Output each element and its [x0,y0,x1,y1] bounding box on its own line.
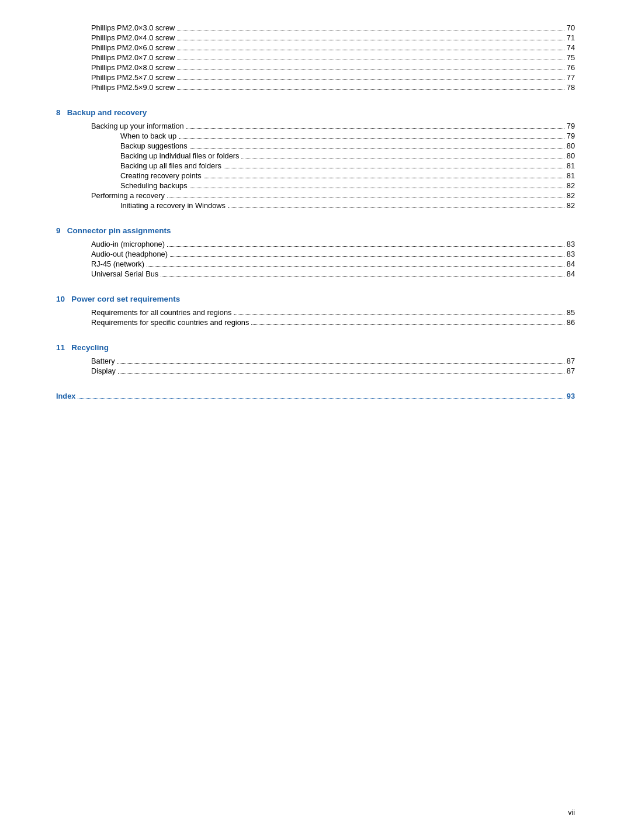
toc-entry-s9-1: Audio-in (microphone) 83 [56,240,575,248]
toc-entry-s11-2: Display 87 [56,367,575,375]
section-11: 11 Recycling Battery 87 Display 87 [56,343,575,375]
toc-label: Phillips PM2.5×9.0 screw [91,83,175,92]
section-9-title: Connector pin assignments [67,226,171,235]
toc-entry-s8-4: Backing up individual files or folders 8… [56,151,575,160]
section-8-title: Backup and recovery [67,108,147,117]
toc-entry-s11-1: Battery 87 [56,357,575,365]
toc-label: Phillips PM2.0×7.0 screw [91,53,175,62]
section-10: 10 Power cord set requirements Requireme… [56,295,575,327]
toc-entry-s8-3: Backup suggestions 80 [56,141,575,150]
toc-dots [167,198,564,198]
toc-page: 79 [567,132,575,140]
toc-page: 83 [567,250,575,258]
toc-page: 82 [567,201,575,210]
toc-label: Universal Serial Bus [91,269,158,278]
toc-dots [228,208,564,208]
toc-entry-screw-7: Phillips PM2.5×9.0 screw 78 [56,83,575,92]
index-entry[interactable]: Index 93 [56,392,575,400]
toc-label: Phillips PM2.0×3.0 screw [91,23,175,32]
toc-dots [190,188,564,188]
toc-entry-screw-6: Phillips PM2.5×7.0 screw 77 [56,73,575,82]
toc-page: 84 [567,269,575,278]
toc-dots [241,158,564,158]
toc-label: Scheduling backups [120,181,188,190]
toc-page: 71 [567,33,575,42]
toc-dots [177,79,564,80]
toc-page: 74 [567,43,575,52]
toc-page: 75 [567,53,575,62]
toc-dots [177,89,564,90]
toc-label: Display [91,367,116,375]
toc-entry-s8-2: When to back up 79 [56,132,575,140]
toc-entry-s8-5: Backing up all files and folders 81 [56,161,575,170]
toc-page: 79 [567,122,575,130]
toc-entry-s10-1: Requirements for all countries and regio… [56,308,575,317]
toc-label: Audio-out (headphone) [91,250,168,258]
toc-page: 85 [567,308,575,317]
toc-label: Backing up all files and folders [120,161,221,170]
section-8-heading[interactable]: 8 Backup and recovery [56,108,575,117]
toc-label: Backup suggestions [120,141,188,150]
toc-page: 86 [567,318,575,327]
footer-page-number: vii [568,808,575,817]
toc-dots [118,373,564,374]
toc-dots [177,60,564,60]
toc-label: Phillips PM2.0×4.0 screw [91,33,175,42]
toc-entry-s8-6: Creating recovery points 81 [56,171,575,180]
toc-page: 82 [567,181,575,190]
screws-section: Phillips PM2.0×3.0 screw 70 Phillips PM2… [56,23,575,92]
toc-page: 87 [567,357,575,365]
toc-entry-s9-3: RJ-45 (network) 84 [56,260,575,268]
toc-dots [177,40,564,40]
section-9-heading[interactable]: 9 Connector pin assignments [56,226,575,235]
toc-label: Phillips PM2.0×6.0 screw [91,43,175,52]
toc-entry-screw-3: Phillips PM2.0×6.0 screw 74 [56,43,575,52]
section-8: 8 Backup and recovery Backing up your in… [56,108,575,210]
toc-page: 70 [567,23,575,32]
toc-page: 83 [567,240,575,248]
toc-label: Backing up your information [91,122,184,130]
toc-entry-s8-8: Performing a recovery 82 [56,191,575,200]
toc-page: 80 [567,141,575,150]
toc-entry-s10-2: Requirements for specific countries and … [56,318,575,327]
toc-label: Backing up individual files or folders [120,151,239,160]
toc-entry-s9-2: Audio-out (headphone) 83 [56,250,575,258]
section-10-heading[interactable]: 10 Power cord set requirements [56,295,575,303]
toc-dots [186,128,564,129]
toc-entry-s8-1: Backing up your information 79 [56,122,575,130]
toc-dots [170,256,564,257]
toc-entry-screw-1: Phillips PM2.0×3.0 screw 70 [56,23,575,32]
toc-entry-s8-7: Scheduling backups 82 [56,181,575,190]
section-11-title: Recycling [71,343,109,352]
toc-entry-screw-2: Phillips PM2.0×4.0 screw 71 [56,33,575,42]
toc-label: Creating recovery points [120,171,202,180]
toc-label: Battery [91,357,115,365]
toc-label: When to back up [120,132,176,140]
section-10-title: Power cord set requirements [71,295,180,303]
toc-dots [161,276,564,276]
toc-page: 81 [567,161,575,170]
toc-label: Audio-in (microphone) [91,240,165,248]
section-9: 9 Connector pin assignments Audio-in (mi… [56,226,575,278]
toc-dots [224,168,564,168]
index-label: Index [56,392,75,400]
toc-page: 80 [567,151,575,160]
toc-entry-s9-4: Universal Serial Bus 84 [56,269,575,278]
section-11-number: 11 [56,343,65,352]
toc-dots [234,314,564,315]
toc-dots [167,246,564,247]
toc-page: 76 [567,63,575,72]
toc-entry-screw-4: Phillips PM2.0×7.0 screw 75 [56,53,575,62]
toc-dots [117,363,564,364]
toc-dots [147,266,564,267]
toc-label: Phillips PM2.0×8.0 screw [91,63,175,72]
toc-label: Performing a recovery [91,191,165,200]
section-9-number: 9 [56,226,61,235]
page-footer: vii [568,808,575,817]
toc-dots [251,324,564,325]
section-11-heading[interactable]: 11 Recycling [56,343,575,352]
toc-page: 81 [567,171,575,180]
toc-page: 82 [567,191,575,200]
toc-dots [204,178,564,178]
toc-dots [190,148,564,148]
